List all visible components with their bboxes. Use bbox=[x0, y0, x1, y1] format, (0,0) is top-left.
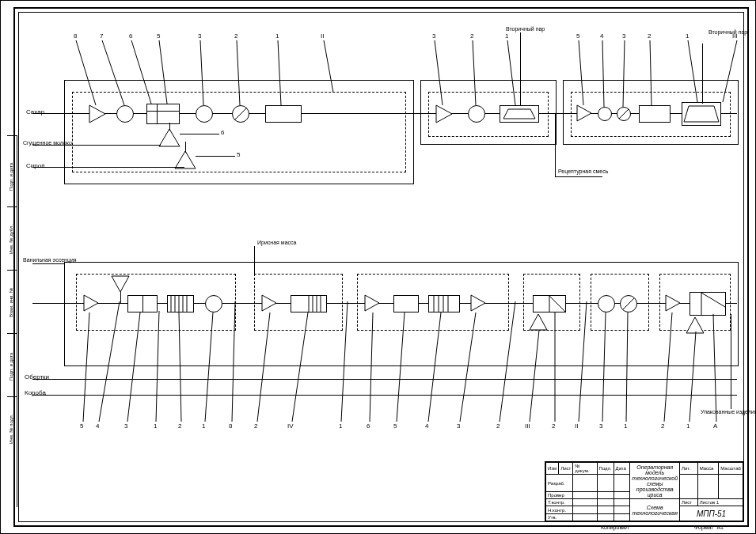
svg-line-56 bbox=[156, 311, 159, 422]
svg-line-72 bbox=[626, 312, 628, 422]
svg-line-62 bbox=[341, 301, 348, 422]
bot-leaders bbox=[1, 301, 756, 436]
svg-line-59 bbox=[232, 301, 235, 422]
sec-lbl: 2 bbox=[470, 32, 473, 40]
svg-line-21 bbox=[579, 40, 583, 105]
sec-lbl: 8 bbox=[229, 422, 232, 430]
sec-lbl: 3 bbox=[124, 422, 127, 430]
svg-line-65 bbox=[428, 312, 441, 422]
svg-line-25 bbox=[688, 40, 697, 102]
sec-lbl: 3 bbox=[457, 422, 460, 430]
title-block: Изм Лист № докум. Подп. Дата Операторная… bbox=[545, 461, 744, 522]
svg-line-64 bbox=[397, 312, 405, 422]
svg-line-71 bbox=[602, 312, 606, 422]
svg-line-53 bbox=[83, 312, 89, 422]
sec-lbl: 2 bbox=[254, 422, 257, 430]
sec-lbl: III bbox=[525, 422, 530, 430]
sec-lbl: 5 bbox=[576, 32, 579, 40]
kopiroval-label: Копировал bbox=[601, 525, 629, 530]
svg-line-74 bbox=[690, 331, 696, 422]
svg-line-68 bbox=[530, 330, 539, 422]
sec-lbl: 3 bbox=[599, 422, 602, 430]
input-vanilla: Ванильная эссенция bbox=[23, 257, 77, 263]
svg-line-54 bbox=[99, 301, 120, 422]
sec-lbl: 2 bbox=[648, 32, 651, 40]
format-label: Формат A1 bbox=[694, 525, 724, 530]
sec-lbl: 2 bbox=[234, 32, 237, 40]
sec-lbl: 1 bbox=[339, 422, 342, 430]
svg-line-73 bbox=[664, 312, 672, 422]
svg-line-70 bbox=[579, 301, 587, 422]
svg-line-24 bbox=[650, 40, 652, 105]
sec-lbl: 4 bbox=[96, 422, 99, 430]
svg-line-12 bbox=[131, 40, 151, 104]
svg-marker-9 bbox=[175, 151, 196, 169]
sec-lbl: 5 bbox=[393, 422, 397, 430]
sec-lbl: 1 bbox=[686, 32, 689, 40]
svg-line-55 bbox=[127, 312, 140, 422]
svg-line-17 bbox=[324, 40, 333, 93]
sec-lbl: 2 bbox=[552, 422, 555, 430]
sec-lbl: 5 bbox=[157, 32, 160, 40]
svg-line-26 bbox=[723, 40, 737, 102]
svg-line-23 bbox=[623, 40, 625, 107]
top-leaders bbox=[1, 1, 756, 112]
funnel-icon bbox=[112, 276, 129, 294]
svg-line-16 bbox=[278, 40, 281, 105]
sec-lbl: III bbox=[732, 32, 738, 40]
svg-line-18 bbox=[435, 40, 443, 105]
svg-line-20 bbox=[507, 40, 515, 105]
input-cond-milk: Сгущенное молоко bbox=[23, 140, 72, 146]
sec-lbl: 4 bbox=[425, 422, 428, 430]
svg-line-15 bbox=[237, 40, 240, 105]
callout: 6 bbox=[221, 129, 224, 136]
svg-marker-28 bbox=[112, 276, 129, 292]
svg-line-67 bbox=[500, 301, 515, 422]
sec-lbl: 7 bbox=[100, 32, 103, 40]
svg-line-57 bbox=[179, 312, 181, 422]
sec-lbl: II bbox=[575, 422, 578, 430]
main-flow-top bbox=[32, 113, 737, 114]
sec-lbl: 1 bbox=[624, 422, 627, 430]
sec-lbl: 3 bbox=[622, 32, 625, 40]
drawing-sheet: Инв. № подл. Подп. и дата Взам. инв. № И… bbox=[0, 0, 756, 534]
output-irisnaya: Ирисная масса bbox=[257, 240, 296, 245]
sec-lbl: 1 bbox=[202, 422, 205, 430]
svg-marker-8 bbox=[159, 129, 180, 146]
svg-line-61 bbox=[292, 312, 308, 422]
sec-lbl: IV bbox=[287, 422, 294, 430]
sec-lbl: 2 bbox=[496, 422, 500, 430]
sec-lbl: 4 bbox=[600, 32, 603, 40]
svg-line-60 bbox=[257, 312, 270, 422]
mix-triangle bbox=[175, 151, 196, 169]
output-recept: Рецептурная смесь bbox=[558, 169, 608, 174]
svg-line-22 bbox=[602, 40, 604, 107]
svg-line-63 bbox=[370, 312, 373, 422]
sec-lbl: 1 bbox=[275, 32, 279, 40]
sec-lbl: II bbox=[321, 32, 324, 40]
input-syrup: Сироп bbox=[26, 162, 44, 169]
sec-lbl: 3 bbox=[198, 32, 201, 40]
callout: 5 bbox=[237, 151, 240, 158]
svg-line-58 bbox=[205, 312, 213, 422]
sec-lbl: 8 bbox=[74, 32, 77, 40]
svg-line-11 bbox=[102, 40, 124, 105]
svg-line-14 bbox=[200, 40, 203, 105]
sec-lbl: 1 bbox=[505, 32, 508, 40]
svg-line-10 bbox=[76, 40, 96, 105]
sec-lbl: 2 bbox=[178, 422, 181, 430]
sec-lbl: 1 bbox=[686, 422, 690, 430]
sec-lbl: A bbox=[713, 422, 717, 430]
sec-lbl: 6 bbox=[367, 422, 370, 430]
sec-lbl: 3 bbox=[432, 32, 435, 40]
svg-line-75 bbox=[713, 314, 716, 422]
svg-line-19 bbox=[473, 40, 476, 105]
mix-triangle bbox=[159, 129, 180, 146]
sec-lbl: 1 bbox=[154, 422, 157, 430]
svg-line-66 bbox=[460, 312, 476, 422]
sec-lbl: 2 bbox=[661, 422, 664, 430]
svg-line-13 bbox=[159, 40, 167, 104]
sec-lbl: 5 bbox=[80, 422, 83, 430]
sec-lbl: 6 bbox=[129, 32, 132, 40]
